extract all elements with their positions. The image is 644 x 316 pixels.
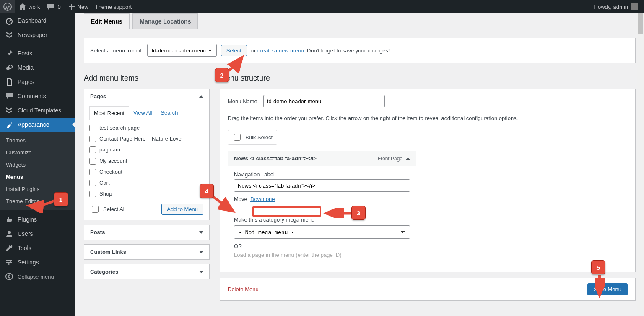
add-menu-items-column: Add menu items Pages Most Recent View Al… [84,74,210,284]
menu-pages[interactable]: Pages [0,75,75,89]
menu-newspaper[interactable]: Newspaper [0,28,75,42]
tab-edit-menus[interactable]: Edit Menus [84,13,130,29]
bulk-select[interactable]: Bulk Select [228,130,277,145]
tab-search[interactable]: Search [156,106,182,120]
menu-select-dropdown[interactable]: td-demo-header-menu [147,44,217,57]
navigation-label-input[interactable] [234,179,410,192]
tab-most-recent[interactable]: Most Recent [89,106,129,120]
menu-name-input[interactable] [263,95,385,107]
caret-down-icon [199,251,203,253]
caret-up-icon [406,157,410,160]
page-checkbox[interactable] [89,158,96,165]
save-menu-button[interactable]: Save Menu [587,283,628,295]
page-checkbox[interactable] [89,169,96,175]
menu-footer-actions: Delete Menu Save Menu [220,278,636,301]
site-home-link[interactable]: work [15,0,43,13]
postbox-custom-links: Custom Links [84,244,210,260]
avatar [631,3,638,10]
drag-instructions: Drag the items into the order you prefer… [228,115,628,121]
new-label: New [78,4,88,10]
theme-support-link[interactable]: Theme support [92,0,135,13]
navigation-label-label: Navigation Label [234,171,410,178]
postbox-pages: Pages Most Recent View All Search test s… [84,89,210,220]
postbox-posts: Posts [84,225,210,240]
menu-users[interactable]: Users [0,227,75,241]
annotation-arrow-2 [226,55,251,76]
postbox-categories: Categories [84,264,210,279]
tab-manage-locations[interactable]: Manage Locations [132,13,198,29]
pages-checklist[interactable]: test search page Contact Page Hero – Nat… [89,123,208,199]
manage-menus-bar: Select a menu to edit: td-demo-header-me… [84,38,636,63]
bulk-select-checkbox[interactable] [234,134,241,141]
postbox-pages-header[interactable]: Pages [84,89,209,104]
postbox-links-header[interactable]: Custom Links [84,245,209,259]
postbox-categories-header[interactable]: Categories [84,264,209,279]
menu-settings[interactable]: Settings [0,255,75,269]
menu-item-bar[interactable]: News <i class="fab fa-adn"></i> Front Pa… [228,151,416,166]
move-down-one-link[interactable]: Down one [250,196,275,202]
svg-point-5 [7,260,9,261]
menu-cloud-templates[interactable]: Cloud Templates [0,103,75,118]
pages-inner-tabs: Most Recent View All Search [89,106,204,120]
add-to-menu-button[interactable]: Add to Menu [161,204,203,215]
submenu-customize[interactable]: Customize [0,146,75,159]
menu-appearance[interactable]: Appearance [0,118,75,132]
menu-posts[interactable]: Posts [0,46,75,60]
new-content-link[interactable]: New [64,0,92,13]
page-scrollbar[interactable] [637,13,644,316]
page-checkbox[interactable] [89,125,96,131]
page-item[interactable]: My account [89,156,206,167]
my-account-link[interactable]: Howdy, admin [591,0,641,13]
menu-media[interactable]: Media [0,60,75,75]
current-arrow-icon [72,121,75,128]
howdy-text: Howdy, admin [594,4,628,10]
page-item[interactable]: Cart [89,178,206,188]
collapse-menu[interactable]: Collapse menu [0,269,75,284]
page-checkbox[interactable] [89,146,96,153]
menu-tools[interactable]: Tools [0,241,75,255]
pages-icon [5,78,13,86]
mega-menu-label: Make this a category mega menu [234,217,410,223]
page-checkbox[interactable] [89,180,96,186]
nav-tab-wrapper: Edit Menus Manage Locations [84,13,636,29]
load-page-label: Load a page in the menu (enter the page … [234,252,410,258]
page-checkbox[interactable] [89,136,96,142]
tab-view-all[interactable]: View All [129,106,156,120]
annotation-arrow-4 [210,194,240,215]
mega-menu-select[interactable]: - Not mega menu - [234,225,410,239]
delete-menu-link[interactable]: Delete Menu [228,286,259,292]
annotation-badge-2: 2 [215,68,229,82]
media-icon [5,63,13,72]
select-all[interactable]: Select All [90,205,125,214]
comments-count: 0 [57,4,60,10]
menu-plugins[interactable]: Plugins [0,212,75,227]
menu-comments[interactable]: Comments [0,89,75,103]
page-item[interactable]: test search page [89,123,206,133]
menu-name-label: Menu Name [228,98,257,104]
submenu-themes[interactable]: Themes [0,134,75,146]
page-item[interactable]: Shop [89,188,206,199]
svg-point-3 [9,65,12,68]
submenu-widgets[interactable]: Widgets [0,159,75,171]
wp-logo[interactable] [0,0,15,13]
svg-point-7 [8,263,10,265]
or-text: or create a new menu. Don't forget to sa… [251,47,390,54]
page-item[interactable]: Contact Page Hero – Nature Love [89,133,206,144]
caret-up-icon [199,95,203,98]
menu-dashboard[interactable]: Dashboard [0,13,75,28]
page-checkbox[interactable] [89,191,96,197]
postbox-posts-header[interactable]: Posts [84,225,209,240]
admin-sidebar: Dashboard Newspaper Posts Media Pages Co… [0,13,75,316]
create-new-menu-link[interactable]: create a new menu [257,47,304,54]
users-icon [5,230,13,238]
page-item[interactable]: Checkout [89,167,206,178]
submenu-menus[interactable]: Menus [0,171,75,183]
menu-item-title: News <i class="fab fa-adn"></i> [234,155,317,162]
comments-link[interactable]: 0 [43,0,64,13]
caret-down-icon [199,271,203,273]
appearance-icon [5,120,13,129]
dashboard-icon [5,16,13,25]
menu-settings-panel: Menu Name Drag the items into the order … [220,89,636,272]
page-item[interactable]: paginam [89,144,206,155]
select-all-checkbox[interactable] [92,206,99,213]
